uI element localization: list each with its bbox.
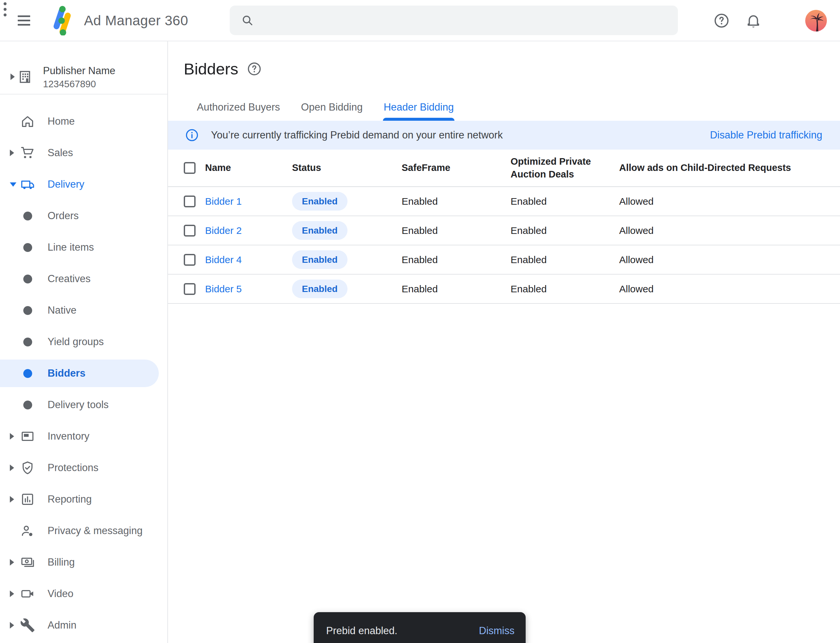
table-row: Bidder 2 Enabled Enabled Enabled Allowed xyxy=(168,216,840,245)
chevron-right-icon xyxy=(10,73,15,80)
row-checkbox[interactable] xyxy=(184,283,196,295)
palm-tree-image xyxy=(805,10,827,31)
sidebar-item-admin[interactable]: Admin xyxy=(0,610,167,641)
tab-open-bidding[interactable]: Open Bidding xyxy=(290,94,373,121)
row-checkbox[interactable] xyxy=(184,254,196,266)
cart-icon xyxy=(20,145,36,161)
table-header-row: Name Status SafeFrame Optimized Private … xyxy=(168,150,840,187)
chevron-down-icon xyxy=(10,183,16,187)
bidder-link[interactable]: Bidder 4 xyxy=(205,254,292,265)
video-camera-icon xyxy=(20,586,36,602)
dismiss-button[interactable]: Dismiss xyxy=(479,625,515,637)
opa-value: Enabled xyxy=(511,284,619,295)
bullet-icon xyxy=(20,366,36,381)
sidebar-item-protections[interactable]: Protections xyxy=(0,452,167,483)
publisher-id: 1234567890 xyxy=(43,79,96,90)
safeframe-value: Enabled xyxy=(402,225,511,236)
tab-authorized-buyers[interactable]: Authorized Buyers xyxy=(186,94,290,121)
column-header-child-directed: Allow ads on Child-Directed Requests xyxy=(619,162,840,174)
sidebar-item-orders[interactable]: Orders xyxy=(0,200,167,232)
status-badge: Enabled xyxy=(292,250,348,269)
safeframe-value: Enabled xyxy=(402,254,511,265)
row-checkbox[interactable] xyxy=(184,225,196,237)
sidebar-item-creatives[interactable]: Creatives xyxy=(0,263,167,295)
column-header-opa-deals: Optimized Private Auction Deals xyxy=(511,155,619,181)
status-badge: Enabled xyxy=(292,192,348,211)
menu-icon[interactable] xyxy=(18,15,30,26)
bullet-icon xyxy=(20,302,36,318)
column-header-safeframe: SafeFrame xyxy=(402,162,511,174)
more-options-icon[interactable] xyxy=(0,0,10,18)
chevron-right-icon xyxy=(10,496,14,503)
bidder-link[interactable]: Bidder 5 xyxy=(205,284,292,295)
sidebar-item-yield-groups[interactable]: Yield groups xyxy=(0,326,167,357)
column-header-status: Status xyxy=(292,162,402,174)
sidebar-item-native[interactable]: Native xyxy=(0,295,167,326)
sidebar-item-reporting[interactable]: Reporting xyxy=(0,483,167,515)
bullet-icon xyxy=(20,240,36,255)
page-help-icon[interactable] xyxy=(247,61,262,77)
search-icon xyxy=(241,14,254,27)
table-row: Bidder 5 Enabled Enabled Enabled Allowed xyxy=(168,274,840,304)
toast-message: Prebid enabled. xyxy=(326,625,397,637)
search-input[interactable] xyxy=(230,6,678,35)
ad-manager-logo xyxy=(48,6,75,36)
chevron-right-icon xyxy=(10,591,14,597)
column-header-name: Name xyxy=(205,162,292,174)
bidder-link[interactable]: Bidder 1 xyxy=(205,196,292,207)
sidebar-item-delivery[interactable]: Delivery xyxy=(0,169,167,200)
table-row: Bidder 1 Enabled Enabled Enabled Allowed xyxy=(168,187,840,216)
sidebar-item-sales[interactable]: Sales xyxy=(0,137,167,169)
bidder-link[interactable]: Bidder 2 xyxy=(205,225,292,236)
chevron-right-icon xyxy=(10,559,14,566)
sidebar-item-line-items[interactable]: Line items xyxy=(0,232,167,263)
child-directed-value: Allowed xyxy=(619,225,840,236)
select-all-checkbox[interactable] xyxy=(184,162,196,174)
opa-value: Enabled xyxy=(511,254,619,265)
opa-value: Enabled xyxy=(511,196,619,207)
sidebar-nav: Publisher Name 1234567890 Home xyxy=(0,41,168,643)
child-directed-value: Allowed xyxy=(619,284,840,295)
truck-icon xyxy=(20,176,36,192)
page-title: Bidders xyxy=(184,60,238,78)
top-app-bar: Ad Manager 360 xyxy=(0,0,840,41)
table-row: Bidder 4 Enabled Enabled Enabled Allowed xyxy=(168,245,840,274)
chevron-right-icon xyxy=(10,433,14,440)
status-badge: Enabled xyxy=(292,279,348,298)
child-directed-value: Allowed xyxy=(619,254,840,265)
bar-chart-icon xyxy=(20,491,36,507)
ad-unit-icon xyxy=(20,428,36,444)
account-avatar[interactable] xyxy=(805,10,827,31)
bullet-icon xyxy=(20,397,36,413)
sidebar-item-bidders[interactable]: Bidders xyxy=(0,357,167,389)
publisher-name: Publisher Name xyxy=(43,65,116,77)
info-icon xyxy=(185,128,199,142)
bullet-icon xyxy=(20,208,36,224)
bidders-tab-bar: Authorized Buyers Open Bidding Header Bi… xyxy=(168,94,840,121)
notifications-icon[interactable] xyxy=(745,13,762,29)
person-badge-icon xyxy=(20,523,36,539)
sidebar-item-delivery-tools[interactable]: Delivery tools xyxy=(0,389,167,421)
sidebar-item-billing[interactable]: Billing xyxy=(0,547,167,578)
snackbar-toast: Prebid enabled. Dismiss xyxy=(314,612,526,643)
opa-value: Enabled xyxy=(511,225,619,236)
prebid-info-banner: You’re currently trafficking Prebid dema… xyxy=(168,121,840,150)
sidebar-item-privacy-messaging[interactable]: Privacy & messaging xyxy=(0,515,167,547)
sidebar-item-home[interactable]: Home xyxy=(0,106,167,137)
help-icon[interactable] xyxy=(713,13,730,29)
wrench-icon xyxy=(20,617,36,633)
chevron-right-icon xyxy=(10,465,14,471)
banknote-icon xyxy=(20,555,36,570)
disable-prebid-link[interactable]: Disable Prebid trafficking xyxy=(710,129,822,141)
building-icon xyxy=(17,69,33,85)
tab-header-bidding[interactable]: Header Bidding xyxy=(373,94,464,121)
sidebar-item-video[interactable]: Video xyxy=(0,578,167,610)
sidebar-item-inventory[interactable]: Inventory xyxy=(0,421,167,452)
safeframe-value: Enabled xyxy=(402,196,511,207)
row-checkbox[interactable] xyxy=(184,196,196,207)
publisher-switcher[interactable]: Publisher Name 1234567890 xyxy=(0,41,167,95)
chevron-right-icon xyxy=(10,150,14,156)
chevron-right-icon xyxy=(10,622,14,628)
bullet-icon xyxy=(20,271,36,287)
status-badge: Enabled xyxy=(292,221,348,240)
